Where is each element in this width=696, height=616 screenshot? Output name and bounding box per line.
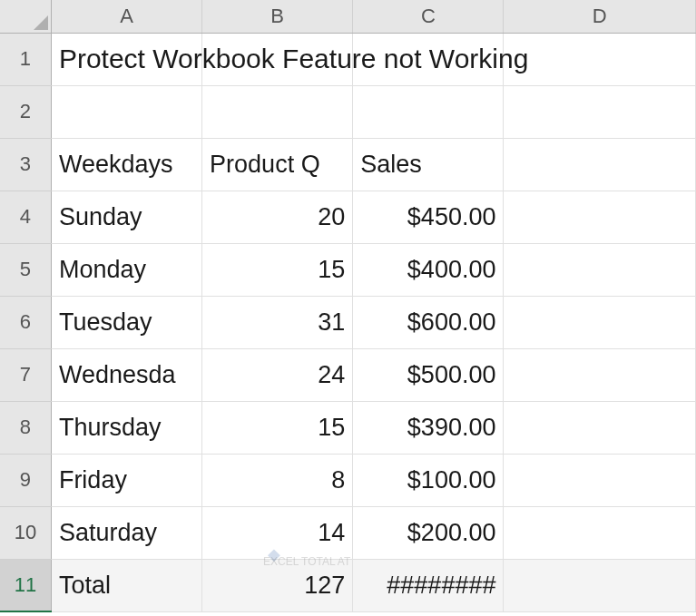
col-header-d[interactable]: D	[504, 0, 696, 33]
cell-c8[interactable]: $390.00	[353, 401, 504, 454]
cell-a2[interactable]	[51, 85, 201, 138]
cell-d7[interactable]	[504, 348, 696, 401]
cell-c4[interactable]: $450.00	[353, 191, 504, 243]
cell-b3[interactable]: Product Q	[202, 138, 353, 191]
row-header-3[interactable]: 3	[0, 138, 51, 191]
cell-d10[interactable]	[504, 506, 696, 559]
cell-b6[interactable]: 31	[202, 296, 353, 348]
cell-b10[interactable]: 14	[202, 506, 353, 559]
row-header-4[interactable]: 4	[0, 191, 51, 243]
row-header-10[interactable]: 10	[0, 506, 51, 559]
cell-a6[interactable]: Tuesday	[51, 296, 201, 348]
select-all-triangle-icon	[34, 15, 48, 30]
cell-d5[interactable]	[504, 243, 696, 296]
row-header-6[interactable]: 6	[0, 296, 51, 348]
cell-b11[interactable]: 127	[202, 559, 353, 611]
row-header-1[interactable]: 1	[0, 33, 51, 85]
cell-d2[interactable]	[504, 85, 696, 138]
cell-d8[interactable]	[504, 401, 696, 454]
cell-d4[interactable]	[504, 191, 696, 243]
cell-c10[interactable]: $200.00	[353, 506, 504, 559]
cell-a5[interactable]: Monday	[51, 243, 201, 296]
cell-c5[interactable]: $400.00	[353, 243, 504, 296]
cell-b8[interactable]: 15	[202, 401, 353, 454]
cell-d1[interactable]	[504, 33, 696, 85]
cell-b4[interactable]: 20	[202, 191, 353, 243]
row-header-5[interactable]: 5	[0, 243, 51, 296]
col-header-c[interactable]: C	[353, 0, 504, 33]
cell-c7[interactable]: $500.00	[353, 348, 504, 401]
cell-b7[interactable]: 24	[202, 348, 353, 401]
select-all-corner[interactable]	[0, 0, 51, 33]
row-header-11[interactable]: 11	[0, 559, 51, 611]
cell-d11[interactable]	[504, 559, 696, 611]
cell-d6[interactable]	[504, 296, 696, 348]
row-header-8[interactable]: 8	[0, 401, 51, 454]
row-header-2[interactable]: 2	[0, 85, 51, 138]
cell-d9[interactable]	[504, 454, 696, 506]
col-header-a[interactable]: A	[51, 0, 201, 33]
cell-b9[interactable]: 8	[202, 454, 353, 506]
cell-a10[interactable]: Saturday	[51, 506, 201, 559]
cell-a3[interactable]: Weekdays	[51, 138, 201, 191]
row-header-7[interactable]: 7	[0, 348, 51, 401]
cell-c6[interactable]: $600.00	[353, 296, 504, 348]
cell-c11[interactable]: ########	[353, 559, 504, 611]
cell-c2[interactable]	[353, 85, 504, 138]
cell-b2[interactable]	[202, 85, 353, 138]
cell-c3[interactable]: Sales	[353, 138, 504, 191]
cell-b5[interactable]: 15	[202, 243, 353, 296]
cell-a4[interactable]: Sunday	[51, 191, 201, 243]
cell-a11[interactable]: Total	[51, 559, 201, 611]
cell-a7[interactable]: Wednesda	[51, 348, 201, 401]
spreadsheet-grid[interactable]: A B C D 1 Protect Workbook Feature not W…	[0, 0, 696, 612]
col-header-b[interactable]: B	[202, 0, 353, 33]
cell-c9[interactable]: $100.00	[353, 454, 504, 506]
cell-a9[interactable]: Friday	[51, 454, 201, 506]
cell-d3[interactable]	[504, 138, 696, 191]
row-header-9[interactable]: 9	[0, 454, 51, 506]
cell-a1[interactable]: Protect Workbook Feature not Working	[51, 33, 201, 85]
title-text: Protect Workbook Feature not Working	[59, 44, 528, 74]
cell-a8[interactable]: Thursday	[51, 401, 201, 454]
